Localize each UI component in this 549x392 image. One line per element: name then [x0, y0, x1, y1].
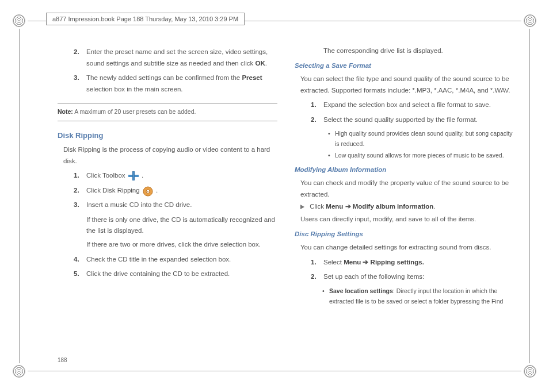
bullet-dot: • — [322, 286, 329, 307]
arrow-icon: ➔ — [361, 259, 370, 266]
page-body: 2. Enter the preset name and set the scr… — [58, 43, 514, 358]
step-text: Expand the selection box and select a fi… — [323, 99, 514, 111]
step-text: Set up each of the following items: — [323, 271, 514, 283]
dr-step-1: 1. Click Toolbox . — [74, 170, 277, 182]
disk-ripping-intro: Disk Ripping is the process of copying a… — [63, 144, 277, 167]
step-text: Check the CD title in the expanded selec… — [86, 254, 277, 266]
step-num: 1. — [311, 257, 323, 268]
step-2: 2. Enter the preset name and set the scr… — [74, 47, 277, 69]
step-text: Click Toolbox . — [86, 170, 277, 182]
crop-mark-tl — [13, 14, 25, 27]
step-num: 2. — [311, 114, 323, 126]
step-num: 3. — [74, 72, 86, 95]
step-text: Click Disk Ripping . — [86, 185, 277, 197]
mod-album-after: Users can directly input, modify, and sa… — [300, 214, 514, 225]
subhdr-mod-album: Modifying Album Information — [295, 164, 514, 176]
crop-line-bottom — [28, 371, 521, 371]
bold-menu: Menu — [344, 259, 361, 266]
svg-point-5 — [147, 191, 148, 192]
crop-mark-br — [524, 365, 536, 378]
step-num: 1. — [311, 99, 323, 111]
text: Select — [323, 259, 344, 266]
crop-mark-tr — [524, 14, 536, 27]
bullet-dot: • — [328, 151, 335, 161]
arrow-icon: ➔ — [343, 203, 352, 210]
step-num: 4. — [74, 254, 86, 266]
page-header-box: a877 Impression.book Page 188 Thursday, … — [46, 13, 245, 25]
page-number: 188 — [58, 357, 67, 363]
crop-line-right — [529, 29, 530, 363]
text: . — [156, 187, 158, 194]
text: selection box in the main screen. — [86, 86, 182, 93]
text: Click — [310, 203, 326, 210]
right-column: The corresponding drive list is displaye… — [295, 43, 514, 358]
crop-line-left — [19, 29, 20, 363]
text: Click Disk Ripping — [86, 187, 142, 194]
sf-step-1: 1. Expand the selection box and select a… — [311, 99, 514, 111]
toolbox-icon — [128, 171, 139, 180]
bullet-dot: • — [328, 129, 335, 149]
step-text: The newly added settings can be confirme… — [86, 72, 277, 95]
step-num: 1. — [74, 170, 86, 182]
subhdr-rip-settings: Disc Ripping Settings — [295, 229, 514, 240]
bullet-text: Low quality sound allows for more pieces… — [335, 151, 504, 161]
text: The newly added settings can be confirme… — [86, 74, 242, 81]
bold-ripping: Ripping settings. — [371, 259, 424, 266]
step-text: Insert a music CD into the CD drive. — [86, 199, 277, 211]
step-text: Click the drive containing the CD to be … — [86, 268, 277, 280]
text: . — [433, 203, 435, 210]
bold-modify: Modify album information — [353, 203, 434, 210]
step-3: 3. The newly added settings can be confi… — [74, 72, 277, 95]
text: Enter the preset name and set the screen… — [86, 48, 268, 67]
step-text: Enter the preset name and set the screen… — [86, 47, 277, 69]
left-column: 2. Enter the preset name and set the scr… — [58, 43, 277, 358]
dr-step-3: 3. Insert a music CD into the CD drive. — [74, 199, 277, 211]
rip-settings-intro: You can change detailed settings for ext… — [300, 242, 514, 253]
subhdr-save-format: Selecting a Save Format — [295, 60, 514, 72]
bold-menu: Menu — [326, 203, 343, 210]
mod-album-intro: You can check and modify the property va… — [300, 178, 514, 200]
note-text: A maximum of 20 user presets can be adde… — [73, 108, 196, 115]
crop-mark-bl — [13, 365, 25, 378]
sf-bullet-1: • High quality sound provides clean soun… — [328, 129, 514, 149]
step-text: Select Menu ➔ Ripping settings. — [323, 257, 514, 268]
step-text: Select the sound quality supported by th… — [323, 114, 514, 126]
dr-step-3-sub2: If there are two or more drives, click t… — [86, 239, 277, 251]
step-num: 2. — [74, 47, 86, 69]
sf-step-2: 2. Select the sound quality supported by… — [311, 114, 514, 126]
step-num: 5. — [74, 268, 86, 280]
step-num: 3. — [74, 199, 86, 211]
disc-icon — [143, 186, 153, 195]
dr-step-5: 5. Click the drive containing the CD to … — [74, 268, 277, 280]
step-num: 2. — [74, 185, 86, 197]
bold-ok: OK — [255, 60, 265, 67]
rs-bullet-1: • Save location settings: Directly input… — [322, 286, 514, 307]
text: Click Toolbox — [86, 172, 127, 179]
bullet-text: High quality sound provides clean sound … — [335, 129, 514, 149]
sf-bullet-2: • Low quality sound allows for more piec… — [328, 151, 514, 161]
dr-step-3-sub1: If there is only one drive, the CD is au… — [86, 214, 277, 237]
bold-preset: Preset — [242, 74, 262, 81]
text: . — [265, 60, 267, 67]
bold-save-loc: Save location settings — [329, 287, 393, 294]
dr-step-4: 4. Check the CD title in the expanded se… — [74, 254, 277, 266]
text: . — [142, 172, 143, 179]
rs-step-2: 2. Set up each of the following items: — [311, 271, 514, 283]
triangle-icon — [300, 205, 304, 209]
svg-rect-1 — [128, 175, 139, 177]
section-disk-ripping: Disk Ripping — [58, 129, 277, 142]
save-format-intro: You can select the file type and sound q… — [300, 74, 514, 96]
bullet-text: Save location settings: Directly input t… — [329, 286, 514, 307]
rs-step-1: 1. Select Menu ➔ Ripping settings. — [311, 257, 514, 268]
note-label: Note: — [58, 108, 73, 115]
mod-album-click: Click Menu ➔ Modify album information. — [300, 201, 514, 213]
dr-step-2: 2. Click Disk Ripping . — [74, 185, 277, 197]
step-num: 2. — [311, 271, 323, 283]
topline: The corresponding drive list is displaye… — [323, 45, 514, 57]
note-block: Note: A maximum of 20 user presets can b… — [58, 103, 277, 121]
